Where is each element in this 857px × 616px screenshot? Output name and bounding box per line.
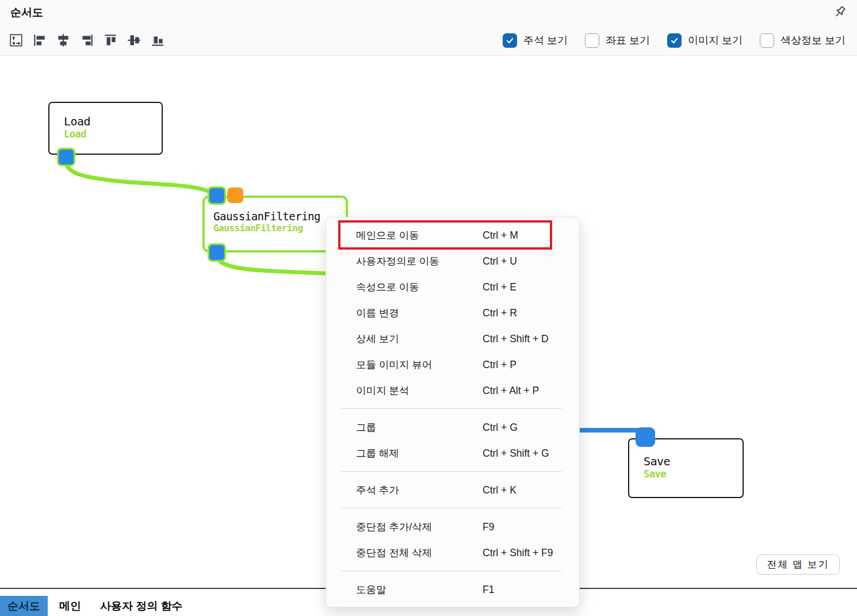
port-save-input[interactable] xyxy=(636,427,655,447)
toggle-3[interactable]: 색상정보 보기 xyxy=(760,33,845,48)
menu-item-label: 속성으로 이동 xyxy=(356,280,419,294)
tab-1[interactable]: 메인 xyxy=(52,596,89,616)
align-top-icon[interactable] xyxy=(102,32,118,48)
menu-item[interactable]: 메인으로 이동Ctrl + M xyxy=(340,222,550,248)
menu-item-label: 이미지 분석 xyxy=(356,384,409,397)
menu-item[interactable]: 그룹 해제Ctrl + Shift + G xyxy=(340,440,563,466)
menu-item-label: 상세 보기 xyxy=(356,332,399,346)
menu-item-shortcut: Ctrl + G xyxy=(483,421,518,433)
menu-item-label: 메인으로 이동 xyxy=(356,228,419,242)
menu-item-label: 사용자정의로 이동 xyxy=(356,254,439,268)
checkbox-icon[interactable] xyxy=(503,33,517,48)
toggle-0[interactable]: 주석 보기 xyxy=(503,33,568,48)
menu-item[interactable]: 상세 보기Ctrl + Shift + D xyxy=(340,326,563,351)
menu-item[interactable]: 중단점 추가/삭제F9 xyxy=(340,514,563,540)
menu-item[interactable]: 도움말F1 xyxy=(340,576,563,602)
checkbox-icon[interactable] xyxy=(760,33,774,48)
toggle-1[interactable]: 좌표 보기 xyxy=(585,33,650,48)
menu-item-label: 모듈 이미지 뷰어 xyxy=(356,358,432,372)
menu-item[interactable]: 중단점 전체 삭제Ctrl + Shift + F9 xyxy=(340,540,563,565)
menu-item-shortcut: Ctrl + Shift + G xyxy=(483,447,549,459)
node-load[interactable]: Load Load xyxy=(48,102,163,155)
menu-item-shortcut: F1 xyxy=(483,583,494,595)
menu-separator xyxy=(341,408,562,409)
menu-item[interactable]: 이미지 분석Ctrl + Alt + P xyxy=(340,377,563,403)
node-title: Save xyxy=(644,454,743,468)
menu-item-shortcut: Ctrl + P xyxy=(483,358,517,370)
port-gaussian-input[interactable] xyxy=(208,186,226,205)
port-load-output[interactable] xyxy=(57,148,75,166)
menu-item-label: 주석 추가 xyxy=(356,483,399,497)
menu-item[interactable]: 속성으로 이동Ctrl + E xyxy=(340,274,563,300)
menu-item-label: 이름 변경 xyxy=(356,306,399,320)
menu-item-label: 중단점 추가/삭제 xyxy=(356,520,432,534)
page-title: 순서도 xyxy=(10,5,43,20)
port-gaussian-output[interactable] xyxy=(208,243,226,262)
menu-item-label: 도움말 xyxy=(356,583,387,596)
menu-separator xyxy=(341,571,562,571)
toolbar: 주석 보기좌표 보기이미지 보기색상정보 보기 xyxy=(0,25,857,56)
menu-item-shortcut: Ctrl + Shift + D xyxy=(483,332,549,345)
menu-item[interactable]: 이름 변경Ctrl + R xyxy=(340,300,563,326)
menu-item-shortcut: F9 xyxy=(483,521,494,533)
menu-item-label: 중단점 전체 삭제 xyxy=(356,546,432,560)
pin-icon[interactable] xyxy=(833,5,848,20)
menu-item-shortcut: Ctrl + Shift + F9 xyxy=(483,546,553,558)
window-header: 순서도 xyxy=(0,0,857,25)
context-menu-items: 메인으로 이동Ctrl + M사용자정의로 이동Ctrl + U속성으로 이동C… xyxy=(340,222,563,602)
context-menu: 메인으로 이동Ctrl + M사용자정의로 이동Ctrl + U속성으로 이동C… xyxy=(326,217,580,607)
node-save[interactable]: Save Save xyxy=(628,438,744,498)
toggle-2[interactable]: 이미지 보기 xyxy=(667,33,743,48)
menu-item-label: 그룹 해제 xyxy=(356,446,399,460)
menu-item[interactable]: 그룹Ctrl + G xyxy=(340,414,563,440)
menu-item-shortcut: Ctrl + Alt + P xyxy=(483,384,539,396)
tab-0[interactable]: 순서도 xyxy=(0,596,48,616)
tab-2[interactable]: 사용자 정의 함수 xyxy=(93,596,190,616)
menu-item-shortcut: Ctrl + E xyxy=(483,281,517,293)
alignment-tool-group xyxy=(8,32,166,48)
menu-separator xyxy=(341,471,562,472)
full-map-button[interactable]: 전체 맵 보기 xyxy=(756,554,840,575)
menu-item[interactable]: 주석 추가Ctrl + K xyxy=(340,477,563,503)
align-bottom-icon[interactable] xyxy=(150,32,166,48)
toggle-label: 이미지 보기 xyxy=(688,33,743,47)
menu-separator xyxy=(341,508,562,508)
node-annotation: Load xyxy=(64,128,162,140)
menu-item-shortcut: Ctrl + K xyxy=(483,484,517,496)
checkbox-icon[interactable] xyxy=(667,33,682,48)
port-gaussian-breakpoint[interactable] xyxy=(227,188,243,203)
node-annotation: Save xyxy=(644,468,743,480)
menu-item[interactable]: 사용자정의로 이동Ctrl + U xyxy=(340,248,563,274)
menu-item[interactable]: 모듈 이미지 뷰어Ctrl + P xyxy=(340,351,563,377)
align-middle-vertical-icon[interactable] xyxy=(126,32,142,48)
align-left-icon[interactable] xyxy=(32,32,48,48)
checkbox-icon[interactable] xyxy=(585,33,599,48)
toggle-label: 색상정보 보기 xyxy=(781,33,845,47)
menu-item-shortcut: Ctrl + U xyxy=(483,255,517,267)
toggle-label: 주석 보기 xyxy=(523,33,568,47)
view-toggle-group: 주석 보기좌표 보기이미지 보기색상정보 보기 xyxy=(503,33,849,48)
menu-item-shortcut: Ctrl + M xyxy=(483,229,518,241)
align-center-horizontal-icon[interactable] xyxy=(55,32,71,48)
menu-item-shortcut: Ctrl + R xyxy=(483,307,517,319)
menu-item-label: 그룹 xyxy=(356,420,376,434)
node-title: Load xyxy=(64,114,162,128)
fit-view-icon[interactable] xyxy=(8,32,24,48)
toggle-label: 좌표 보기 xyxy=(606,33,650,47)
align-right-icon[interactable] xyxy=(79,32,95,48)
